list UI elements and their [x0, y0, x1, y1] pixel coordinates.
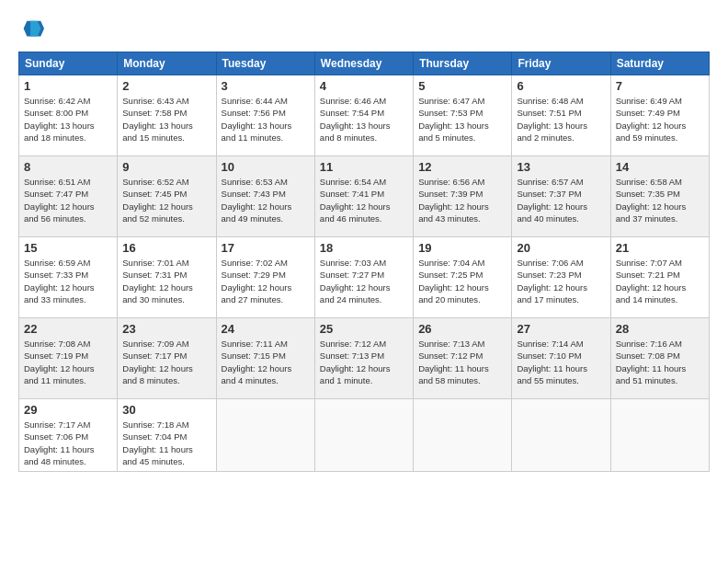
day-number: 30 [122, 403, 210, 417]
day-number: 20 [517, 241, 605, 255]
calendar-cell: 26Sunrise: 7:13 AM Sunset: 7:12 PM Dayli… [414, 318, 512, 399]
day-number: 19 [418, 241, 506, 255]
day-number: 16 [122, 241, 210, 255]
day-info: Sunrise: 7:06 AM Sunset: 7:23 PM Dayligh… [517, 257, 605, 305]
day-number: 18 [320, 241, 408, 255]
day-info: Sunrise: 7:16 AM Sunset: 7:08 PM Dayligh… [616, 338, 704, 386]
calendar-table: SundayMondayTuesdayWednesdayThursdayFrid… [18, 52, 710, 472]
calendar-cell: 6Sunrise: 6:48 AM Sunset: 7:51 PM Daylig… [512, 75, 610, 156]
day-number: 8 [24, 160, 112, 174]
col-header-wednesday: Wednesday [314, 52, 413, 75]
day-number: 10 [222, 160, 310, 174]
calendar-cell: 22Sunrise: 7:08 AM Sunset: 7:19 PM Dayli… [19, 318, 118, 399]
day-number: 27 [517, 322, 605, 336]
day-info: Sunrise: 6:47 AM Sunset: 7:53 PM Dayligh… [418, 95, 506, 144]
day-number: 26 [418, 322, 506, 336]
calendar-cell: 11Sunrise: 6:54 AM Sunset: 7:41 PM Dayli… [314, 156, 413, 237]
calendar-cell: 25Sunrise: 7:12 AM Sunset: 7:13 PM Dayli… [314, 318, 413, 399]
calendar-cell [314, 399, 413, 472]
calendar-cell: 29Sunrise: 7:17 AM Sunset: 7:06 PM Dayli… [19, 399, 118, 472]
col-header-sunday: Sunday [19, 52, 118, 75]
day-info: Sunrise: 7:11 AM Sunset: 7:15 PM Dayligh… [222, 338, 310, 386]
header [18, 17, 710, 42]
calendar-cell [512, 399, 610, 472]
day-info: Sunrise: 6:44 AM Sunset: 7:56 PM Dayligh… [222, 95, 310, 144]
col-header-saturday: Saturday [610, 52, 709, 75]
day-number: 9 [122, 160, 210, 174]
day-info: Sunrise: 6:43 AM Sunset: 7:58 PM Dayligh… [122, 95, 210, 144]
calendar-cell: 9Sunrise: 6:52 AM Sunset: 7:45 PM Daylig… [118, 156, 216, 237]
day-info: Sunrise: 6:46 AM Sunset: 7:54 PM Dayligh… [320, 95, 408, 144]
day-info: Sunrise: 6:53 AM Sunset: 7:43 PM Dayligh… [222, 176, 310, 224]
day-number: 3 [222, 79, 310, 93]
col-header-monday: Monday [118, 52, 216, 75]
day-info: Sunrise: 6:48 AM Sunset: 7:51 PM Dayligh… [517, 95, 605, 144]
day-number: 17 [222, 241, 310, 255]
day-info: Sunrise: 6:54 AM Sunset: 7:41 PM Dayligh… [320, 176, 408, 224]
calendar-header-row: SundayMondayTuesdayWednesdayThursdayFrid… [19, 52, 710, 75]
calendar-cell: 2Sunrise: 6:43 AM Sunset: 7:58 PM Daylig… [118, 75, 216, 156]
calendar-cell: 14Sunrise: 6:58 AM Sunset: 7:35 PM Dayli… [610, 156, 709, 237]
day-number: 7 [616, 79, 704, 93]
day-info: Sunrise: 7:02 AM Sunset: 7:29 PM Dayligh… [222, 257, 310, 305]
day-number: 23 [122, 322, 210, 336]
calendar-cell: 17Sunrise: 7:02 AM Sunset: 7:29 PM Dayli… [216, 237, 314, 318]
day-number: 15 [24, 241, 112, 255]
day-info: Sunrise: 6:52 AM Sunset: 7:45 PM Dayligh… [122, 176, 210, 224]
day-info: Sunrise: 6:56 AM Sunset: 7:39 PM Dayligh… [418, 176, 506, 224]
calendar-cell: 19Sunrise: 7:04 AM Sunset: 7:25 PM Dayli… [414, 237, 512, 318]
day-info: Sunrise: 7:17 AM Sunset: 7:06 PM Dayligh… [24, 419, 112, 467]
calendar-cell: 28Sunrise: 7:16 AM Sunset: 7:08 PM Dayli… [610, 318, 709, 399]
day-number: 12 [418, 160, 506, 174]
calendar-cell: 1Sunrise: 6:42 AM Sunset: 8:00 PM Daylig… [19, 75, 118, 156]
day-number: 22 [24, 322, 112, 336]
calendar-cell: 18Sunrise: 7:03 AM Sunset: 7:27 PM Dayli… [314, 237, 413, 318]
day-info: Sunrise: 7:01 AM Sunset: 7:31 PM Dayligh… [122, 257, 210, 305]
day-number: 1 [24, 79, 112, 93]
day-info: Sunrise: 6:49 AM Sunset: 7:49 PM Dayligh… [616, 95, 704, 144]
logo-icon [18, 17, 44, 42]
day-info: Sunrise: 6:42 AM Sunset: 8:00 PM Dayligh… [24, 95, 112, 144]
day-info: Sunrise: 7:07 AM Sunset: 7:21 PM Dayligh… [616, 257, 704, 305]
day-info: Sunrise: 6:59 AM Sunset: 7:33 PM Dayligh… [24, 257, 112, 305]
day-number: 4 [320, 79, 408, 93]
calendar-cell: 24Sunrise: 7:11 AM Sunset: 7:15 PM Dayli… [216, 318, 314, 399]
calendar-cell: 30Sunrise: 7:18 AM Sunset: 7:04 PM Dayli… [118, 399, 216, 472]
calendar-cell: 8Sunrise: 6:51 AM Sunset: 7:47 PM Daylig… [19, 156, 118, 237]
day-info: Sunrise: 7:14 AM Sunset: 7:10 PM Dayligh… [517, 338, 605, 386]
day-number: 21 [616, 241, 704, 255]
col-header-thursday: Thursday [414, 52, 512, 75]
day-info: Sunrise: 7:08 AM Sunset: 7:19 PM Dayligh… [24, 338, 112, 386]
col-header-tuesday: Tuesday [216, 52, 314, 75]
day-number: 5 [418, 79, 506, 93]
day-number: 24 [222, 322, 310, 336]
day-number: 29 [24, 403, 112, 417]
day-info: Sunrise: 7:03 AM Sunset: 7:27 PM Dayligh… [320, 257, 408, 305]
calendar-cell: 16Sunrise: 7:01 AM Sunset: 7:31 PM Dayli… [118, 237, 216, 318]
calendar-cell: 5Sunrise: 6:47 AM Sunset: 7:53 PM Daylig… [414, 75, 512, 156]
calendar-cell: 20Sunrise: 7:06 AM Sunset: 7:23 PM Dayli… [512, 237, 610, 318]
calendar-cell [610, 399, 709, 472]
day-info: Sunrise: 6:51 AM Sunset: 7:47 PM Dayligh… [24, 176, 112, 224]
day-info: Sunrise: 7:18 AM Sunset: 7:04 PM Dayligh… [122, 419, 210, 467]
calendar-cell: 23Sunrise: 7:09 AM Sunset: 7:17 PM Dayli… [118, 318, 216, 399]
logo [18, 17, 46, 42]
day-number: 25 [320, 322, 408, 336]
day-info: Sunrise: 6:57 AM Sunset: 7:37 PM Dayligh… [517, 176, 605, 224]
day-number: 13 [517, 160, 605, 174]
calendar-cell: 21Sunrise: 7:07 AM Sunset: 7:21 PM Dayli… [610, 237, 709, 318]
day-number: 14 [616, 160, 704, 174]
calendar-cell: 10Sunrise: 6:53 AM Sunset: 7:43 PM Dayli… [216, 156, 314, 237]
day-number: 11 [320, 160, 408, 174]
calendar-cell [216, 399, 314, 472]
day-info: Sunrise: 7:12 AM Sunset: 7:13 PM Dayligh… [320, 338, 408, 386]
day-info: Sunrise: 7:04 AM Sunset: 7:25 PM Dayligh… [418, 257, 506, 305]
day-number: 2 [122, 79, 210, 93]
calendar-cell: 3Sunrise: 6:44 AM Sunset: 7:56 PM Daylig… [216, 75, 314, 156]
day-info: Sunrise: 7:13 AM Sunset: 7:12 PM Dayligh… [418, 338, 506, 386]
calendar-cell: 4Sunrise: 6:46 AM Sunset: 7:54 PM Daylig… [314, 75, 413, 156]
calendar-cell [414, 399, 512, 472]
day-info: Sunrise: 7:09 AM Sunset: 7:17 PM Dayligh… [122, 338, 210, 386]
day-number: 28 [616, 322, 704, 336]
calendar-cell: 27Sunrise: 7:14 AM Sunset: 7:10 PM Dayli… [512, 318, 610, 399]
